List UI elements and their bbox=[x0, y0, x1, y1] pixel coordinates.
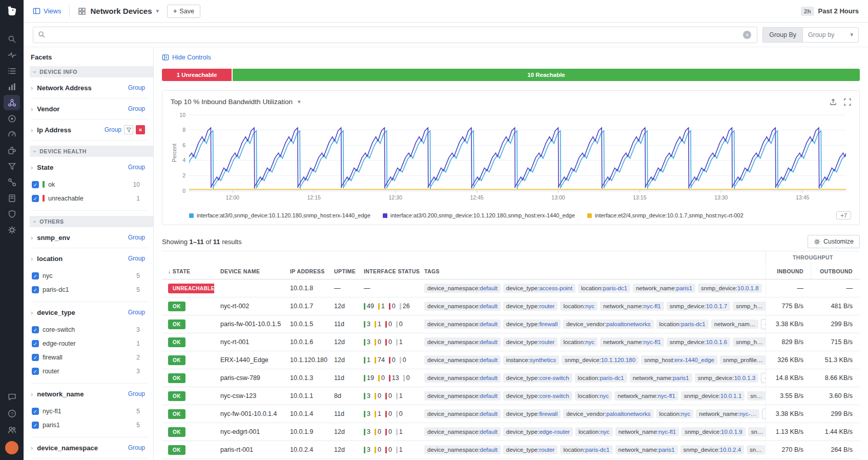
tag-chip[interactable]: network_name:nyc-fl1 bbox=[615, 427, 679, 436]
tag-chip[interactable]: device_type:router bbox=[503, 302, 558, 311]
chat-icon[interactable] bbox=[4, 389, 20, 405]
tag-chip[interactable]: device_namespace:default bbox=[424, 355, 501, 365]
tag-chip[interactable]: device_type:router bbox=[503, 337, 558, 347]
processes-icon[interactable] bbox=[4, 158, 20, 174]
table-row-nyc-csw-123[interactable]: OKnyc-csw-12310.0.1.18d3001device_namesp… bbox=[162, 387, 860, 405]
hide-controls-button[interactable]: Hide Controls bbox=[162, 52, 211, 63]
tag-chip[interactable]: sn… bbox=[747, 391, 766, 401]
tag-chip[interactable]: device_vendor:paloaltonetworks bbox=[563, 409, 653, 418]
tag-chip[interactable]: sn… bbox=[747, 445, 765, 454]
tag-overflow-chip[interactable]: +2 bbox=[761, 373, 766, 383]
device-name[interactable]: ERX-1440_Edge bbox=[214, 356, 284, 364]
chart-title-dropdown[interactable]: Top 10 % Inbound Bandwidth Utilization bbox=[171, 98, 293, 106]
facet-toggle-vendor[interactable]: ›VendorGroup bbox=[31, 98, 145, 119]
tag-chip[interactable]: device_vendor:paloaltonetworks bbox=[563, 319, 653, 329]
checkbox[interactable]: ✓ bbox=[32, 272, 39, 279]
tag-chip[interactable]: device_namespace:default bbox=[424, 337, 501, 347]
apm-icon[interactable] bbox=[4, 127, 20, 142]
checkbox[interactable]: ✓ bbox=[32, 408, 39, 415]
customize-button[interactable]: Customize bbox=[808, 235, 860, 248]
tag-chip[interactable]: location:paris-dc1 bbox=[560, 445, 612, 454]
views-button[interactable]: Views bbox=[33, 7, 61, 15]
tag-chip[interactable]: sn… bbox=[748, 427, 766, 436]
facet-clear-filter-button[interactable]: × bbox=[136, 125, 145, 134]
checkbox[interactable]: ✓ bbox=[32, 181, 39, 188]
facet-group-link[interactable]: Group bbox=[105, 126, 121, 133]
column-header-interface-status[interactable]: INTERFACE STATUS bbox=[358, 268, 418, 274]
table-row-10-0-1-8[interactable]: UNREACHABLE10.0.1.8——device_namespace:de… bbox=[162, 279, 860, 297]
legend-overflow-badge[interactable]: +7 bbox=[836, 211, 851, 219]
network-monitoring-icon[interactable] bbox=[4, 95, 20, 110]
tag-chip[interactable]: device_namespace:default bbox=[424, 409, 501, 418]
device-status-badge[interactable]: OK bbox=[168, 355, 185, 365]
facet-group-link[interactable]: Group bbox=[128, 234, 145, 241]
tag-chip[interactable]: network_name:paris1 bbox=[633, 284, 695, 293]
tag-chip[interactable]: location:nyc bbox=[560, 337, 597, 347]
clear-search-icon[interactable]: × bbox=[743, 31, 751, 39]
column-header-inbound[interactable]: INBOUND bbox=[766, 263, 811, 279]
notebooks-icon[interactable] bbox=[4, 190, 20, 206]
facet-filter-button[interactable] bbox=[124, 125, 133, 134]
tag-chip[interactable]: snmp_device:10.0.1.9 bbox=[681, 427, 746, 436]
facet-group-link[interactable]: Group bbox=[128, 390, 145, 397]
tag-chip[interactable]: snmp_device:10.0.1.1 bbox=[681, 391, 745, 401]
facet-toggle-snmp-env[interactable]: ›snmp_envGroup bbox=[31, 227, 145, 248]
facet-value-paris-dc1[interactable]: ✓paris-dc15 bbox=[32, 283, 145, 296]
device-status-badge[interactable]: OK bbox=[168, 319, 185, 329]
table-row-paris-fw-001-10-0-1-5[interactable]: OKparis-fw-001-10.0.1.510.0.1.511d3100de… bbox=[162, 315, 860, 333]
checkbox[interactable]: ✓ bbox=[32, 326, 39, 333]
facet-value-router[interactable]: ✓router3 bbox=[32, 364, 145, 378]
tag-chip[interactable]: snmp_device:10.0.1.7 bbox=[667, 302, 731, 311]
checkbox[interactable]: ✓ bbox=[32, 354, 39, 361]
device-status-badge[interactable]: UNREACHABLE bbox=[168, 284, 214, 293]
facet-section-header-device-info[interactable]: ›DEVICE INFO bbox=[30, 66, 153, 77]
facet-value-nyc[interactable]: ✓nyc5 bbox=[32, 269, 145, 283]
time-range-badge[interactable]: 2h bbox=[801, 7, 814, 16]
tag-chip[interactable]: device_type:edge-router bbox=[503, 427, 573, 436]
device-name[interactable]: paris-rt-001 bbox=[214, 446, 284, 453]
device-status-badge[interactable]: OK bbox=[168, 391, 185, 401]
service-map-icon[interactable] bbox=[4, 174, 20, 190]
tag-chip[interactable]: snmp_h… bbox=[733, 302, 766, 311]
checkbox[interactable]: ✓ bbox=[32, 286, 39, 293]
device-status-badge[interactable]: OK bbox=[168, 337, 185, 347]
watchdog-icon[interactable] bbox=[4, 47, 20, 63]
table-row-nyc-rt-001[interactable]: OKnyc-rt-00110.0.1.612d3001device_namesp… bbox=[162, 333, 860, 351]
security-icon[interactable] bbox=[4, 206, 20, 222]
facet-group-link[interactable]: Group bbox=[128, 84, 145, 91]
tag-chip[interactable]: network_name:paris1 bbox=[630, 373, 692, 383]
tag-chip[interactable]: location:nyc bbox=[656, 409, 694, 418]
facet-toggle-ip-address[interactable]: ›Ip AddressGroup× bbox=[31, 119, 145, 140]
device-status-badge[interactable]: OK bbox=[168, 302, 185, 311]
tag-chip[interactable]: device_type:firewall bbox=[503, 319, 561, 329]
search-input[interactable] bbox=[33, 27, 757, 43]
synthetics-icon[interactable] bbox=[4, 111, 20, 126]
facet-value-edge-router[interactable]: ✓edge-router1 bbox=[32, 336, 145, 350]
table-row-paris-rt-001[interactable]: OKparis-rt-00110.0.2.412d3001device_name… bbox=[162, 441, 860, 459]
device-name[interactable]: nyc-edgrt-001 bbox=[214, 428, 284, 435]
save-view-button[interactable]: + Save bbox=[167, 5, 200, 18]
facet-group-link[interactable]: Group bbox=[128, 105, 145, 112]
group-by-select[interactable]: Group by ▾ bbox=[802, 27, 859, 43]
tag-chip[interactable]: location:paris-dc1 bbox=[578, 284, 630, 293]
column-header-outbound[interactable]: OUTBOUND bbox=[811, 263, 860, 279]
tag-chip[interactable]: network_name:nyc-fl1 bbox=[600, 302, 664, 311]
tag-chip[interactable]: device_namespace:default bbox=[424, 284, 501, 293]
table-row-nyc-edgrt-001[interactable]: OKnyc-edgrt-00110.0.1.912d3001device_nam… bbox=[162, 423, 860, 441]
device-name[interactable]: paris-csw-789 bbox=[214, 374, 284, 382]
expand-chart-button[interactable] bbox=[844, 98, 851, 106]
column-header-ip-address[interactable]: IP ADDRESS bbox=[284, 268, 328, 274]
facet-toggle-location[interactable]: ›locationGroup bbox=[31, 248, 145, 269]
tag-chip[interactable]: device_namespace:default bbox=[424, 319, 501, 329]
device-name[interactable]: nyc-fw-001-10.0.1.4 bbox=[214, 410, 284, 417]
tag-chip[interactable]: device_namespace:default bbox=[424, 427, 501, 436]
legend-item[interactable]: interface:et2/4,snmp_device:10.0.1.7,snm… bbox=[587, 212, 743, 218]
facet-value-firewall[interactable]: ✓firewall2 bbox=[32, 350, 145, 364]
bandwidth-utilization-chart[interactable]: 024681012:0012:1512:3012:4513:0013:1513:… bbox=[171, 110, 850, 210]
legend-item[interactable]: interface:at3/0.200,snmp_device:10.1.120… bbox=[383, 212, 575, 218]
search-icon[interactable] bbox=[4, 31, 20, 47]
checkbox[interactable]: ✓ bbox=[32, 422, 39, 429]
metrics-icon[interactable] bbox=[4, 79, 20, 94]
column-header-device-name[interactable]: DEVICE NAME bbox=[214, 268, 284, 274]
facet-group-link[interactable]: Group bbox=[128, 444, 145, 451]
